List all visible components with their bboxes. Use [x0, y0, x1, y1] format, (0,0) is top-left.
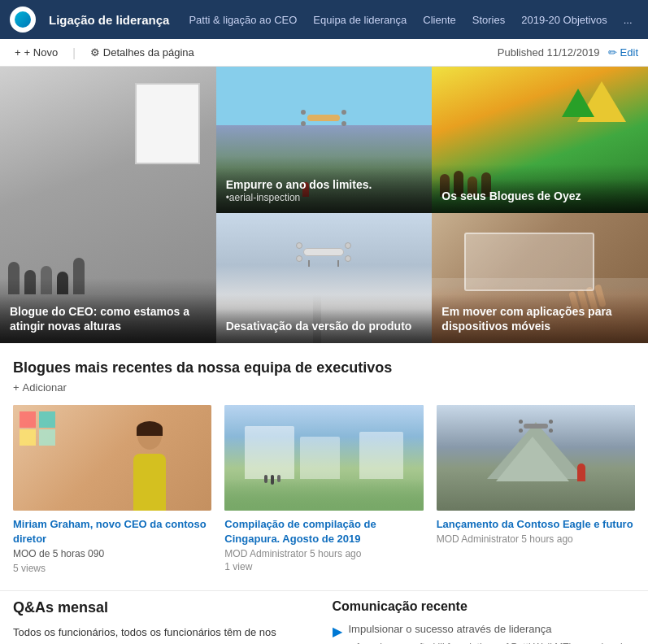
blog-title-0[interactable]: Miriam Graham, novo CEO da contoso diret…	[13, 517, 211, 546]
add-blog-button[interactable]: + Adicionar	[13, 381, 635, 394]
hero-top-mid-subtitle: •aerial-inspection	[226, 192, 423, 203]
nav-link-patti[interactable]: Patti & ligação ao CEO	[182, 11, 303, 29]
hero-top-right-title: Os seus Blogues de Oyez	[441, 189, 638, 203]
comm-item-text-0: Impulsionar o sucesso através de lideran…	[349, 622, 636, 637]
blog-author-1: MOD Administrator 5 hours ago	[224, 548, 423, 559]
nav-link-more[interactable]: ...	[617, 11, 639, 29]
hero-large-overlay: Blogue do CEO: como estamos a atingir no…	[0, 294, 216, 343]
toolbar-right: Published 11/12/2019 ✏ Edit	[498, 46, 638, 59]
blogs-grid: Miriam Graham, novo CEO da contoso diret…	[13, 405, 635, 574]
new-button[interactable]: + + Novo	[10, 44, 63, 61]
hero-bot-mid-overlay: Desativação da versão do produto	[216, 309, 433, 343]
plus-icon-blogs: +	[13, 381, 20, 394]
pencil-icon: ✏	[608, 46, 617, 59]
comm-section: Comunicação recente ▶ Impulsionar o suce…	[333, 599, 636, 644]
site-title: Ligação de liderança	[49, 13, 169, 27]
hero-grid: Blogue do CEO: como estamos a atingir no…	[0, 67, 648, 343]
hero-cell-top-right[interactable]: Os seus Blogues de Oyez	[432, 67, 648, 213]
blogs-section-title: Blogues mais recentes da nossa equipa de…	[13, 359, 635, 376]
qa-section: Q&As mensal Todos os funcionários, todos…	[13, 599, 316, 644]
blog-image-0	[13, 405, 211, 511]
comm-title: Comunicação recente	[333, 599, 636, 614]
site-logo	[10, 7, 36, 33]
top-navigation: Ligação de liderança Patti & ligação ao …	[0, 0, 648, 39]
blog-image-1	[224, 405, 423, 511]
comm-item-sub-0: ...focusing on soft-skill foundations of…	[349, 641, 636, 644]
nav-link-cliente[interactable]: Cliente	[416, 11, 462, 29]
details-button[interactable]: ⚙ Detalhes da página	[85, 44, 199, 61]
blog-card-2[interactable]: Lançamento da Contoso Eagle e futuro MOD…	[437, 405, 635, 574]
hero-top-mid-title: Empurre o ano dos limites.	[226, 177, 423, 192]
hero-bot-right-title: Em mover com aplicações para dispositivo…	[441, 304, 638, 333]
blog-views-0: 5 views	[13, 563, 211, 574]
hero-large-title: Blogue do CEO: como estamos a atingir no…	[10, 304, 207, 333]
hero-top-mid-overlay: Empurre o ano dos limites. •aerial-inspe…	[216, 168, 433, 213]
blog-card-0[interactable]: Miriam Graham, novo CEO da contoso diret…	[13, 405, 211, 574]
gear-icon: ⚙	[90, 46, 100, 59]
new-label: + Novo	[24, 46, 59, 59]
blogs-section: Blogues mais recentes da nossa equipa de…	[0, 343, 648, 590]
blog-author-0: MOO de 5 horas 090	[13, 548, 211, 559]
hero-cell-top-mid[interactable]: Empurre o ano dos limites. •aerial-inspe…	[216, 67, 433, 213]
hero-cell-bot-mid[interactable]: Desativação da versão do produto	[216, 213, 433, 343]
nav-link-equipa[interactable]: Equipa de liderança	[307, 11, 413, 29]
blog-views-1: 1 view	[224, 561, 423, 572]
qa-text: Todos os funcionários, todos os funcioná…	[13, 624, 316, 644]
arrow-icon: ▶	[333, 624, 342, 639]
page-toolbar: + + Novo | ⚙ Detalhes da página Publishe…	[0, 39, 648, 67]
comm-item-content: Impulsionar o sucesso através de lideran…	[349, 622, 636, 644]
hero-cell-large[interactable]: Blogue do CEO: como estamos a atingir no…	[0, 67, 216, 343]
add-label: Adicionar	[23, 381, 67, 394]
nav-link-stories[interactable]: Stories	[466, 11, 511, 29]
logo-icon	[15, 11, 31, 28]
hero-bot-right-overlay: Em mover com aplicações para dispositivo…	[432, 294, 648, 343]
hero-bot-mid-title: Desativação da versão do produto	[226, 319, 423, 333]
edit-label: Edit	[620, 46, 638, 59]
blog-card-1[interactable]: Compilação de compilação de Cingapura. A…	[224, 405, 423, 574]
toolbar-separator: |	[72, 46, 76, 59]
published-date: Published 11/12/2019	[498, 46, 600, 59]
nav-links-container: Patti & ligação ao CEO Equipa de lideran…	[182, 11, 638, 29]
blog-author-2: MOD Administrator 5 hours ago	[437, 533, 635, 545]
hero-top-right-overlay: Os seus Blogues de Oyez	[432, 179, 648, 213]
blog-title-2[interactable]: Lançamento da Contoso Eagle e futuro	[437, 517, 635, 532]
hero-cell-bot-right[interactable]: Em mover com aplicações para dispositivo…	[432, 213, 648, 343]
plus-icon: +	[15, 46, 21, 59]
comm-item-0: ▶ Impulsionar o sucesso através de lider…	[333, 622, 636, 644]
blog-image-2	[437, 405, 635, 511]
blog-title-1[interactable]: Compilação de compilação de Cingapura. A…	[224, 517, 423, 546]
edit-button[interactable]: ✏ Edit	[608, 46, 638, 59]
toolbar-left: + + Novo | ⚙ Detalhes da página	[10, 44, 199, 61]
nav-link-objetivos[interactable]: 2019-20 Objetivos	[515, 11, 614, 29]
details-label: Detalhes da página	[103, 46, 194, 59]
qa-title: Q&As mensal	[13, 599, 316, 616]
bottom-section: Q&As mensal Todos os funcionários, todos…	[0, 590, 648, 644]
